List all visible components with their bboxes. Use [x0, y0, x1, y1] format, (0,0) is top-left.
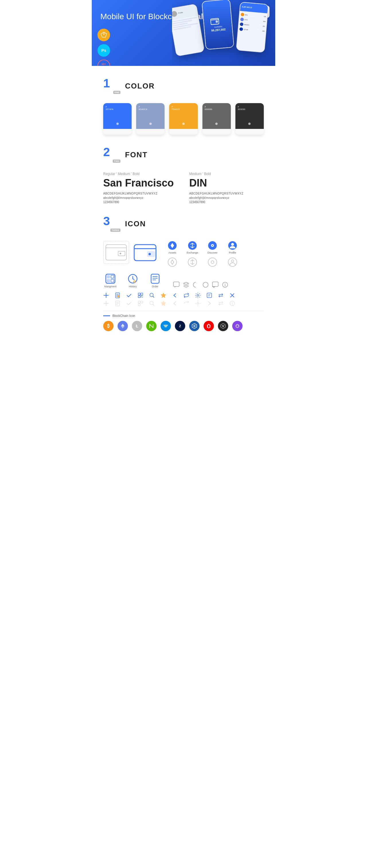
section-1-number: 1 ONE — [103, 78, 120, 95]
icon-main-row: Assets Exchange Discover Profile — [103, 241, 264, 267]
font-san-francisco: Regular ' Medium ' Bold San Francisco AB… — [103, 172, 178, 204]
settings-icon-gray — [195, 301, 201, 306]
management-icon — [105, 274, 116, 284]
font1-uppercase: ABCDEFGHIJKLMNOPQRSTUVWXYZ — [103, 192, 178, 195]
iota-icon — [218, 321, 228, 331]
font2-numbers: 1234567890 — [189, 200, 264, 204]
svg-rect-33 — [173, 282, 179, 286]
color-title: COLOR — [125, 82, 155, 91]
management-label: Mangment — [104, 285, 117, 288]
icon-title: ICON — [125, 219, 146, 228]
swatch-blue: #3574FA — [103, 103, 132, 135]
discover-label: Discover — [207, 251, 217, 254]
svg-rect-40 — [141, 293, 143, 295]
font1-numbers: 1234567890 — [103, 200, 178, 204]
matic-icon — [232, 321, 243, 331]
hero-badges: Ps 60+Screens — [97, 29, 110, 66]
crypto-icons-row: ₿ Ł Z — [103, 321, 264, 331]
upload-icon — [206, 292, 212, 298]
info-icon-gray — [229, 301, 235, 306]
blockchain-line — [103, 315, 110, 316]
search-icon-gray — [149, 301, 155, 306]
font1-name: San Francisco — [103, 177, 178, 189]
discover-outline-icon-item — [205, 257, 220, 267]
svg-rect-4 — [106, 245, 126, 260]
swap-icon — [218, 292, 224, 298]
swatch-gray: #666666 — [202, 103, 231, 135]
svg-rect-39 — [138, 293, 140, 295]
order-icon-item: Order — [148, 274, 162, 288]
zen-icon: Z — [175, 321, 185, 331]
svg-point-6 — [119, 253, 121, 254]
swatch-orange: #F5A623 — [169, 103, 198, 135]
layers-icon — [183, 282, 189, 288]
wireframe-wallet-icon — [106, 243, 127, 261]
assets-label: Assets — [168, 251, 176, 254]
svg-rect-29 — [111, 279, 114, 282]
svg-rect-27 — [107, 279, 110, 282]
icon-section-header: 3 THREE ICON — [103, 215, 264, 232]
assets-outline-icon-item — [165, 257, 179, 267]
document-icon-gray — [115, 301, 120, 306]
eth-icon — [117, 321, 128, 331]
moon-icon — [193, 282, 199, 288]
order-icon — [150, 274, 160, 284]
qr-icon-gray — [138, 301, 143, 306]
font2-uppercase: ABCDEFGHIJKLMNOPQRSTUVWXYZ — [189, 192, 264, 195]
discover-icon — [208, 241, 217, 250]
svg-rect-43 — [142, 296, 143, 296]
svg-rect-41 — [138, 296, 140, 298]
font1-lowercase: abcdefghijklmnopqrstuvwxyz — [103, 196, 178, 199]
svg-point-15 — [212, 245, 213, 246]
ltc-icon: Ł — [132, 321, 142, 331]
plus-icon — [103, 292, 109, 298]
swap-icon-gray — [218, 301, 224, 306]
hero-section: Mobile UI for Blockchain Wallet UI Kit P… — [92, 0, 275, 66]
svg-rect-3 — [216, 20, 218, 23]
forward-icon-gray — [206, 301, 212, 306]
ark-icon — [204, 321, 214, 331]
document-icon — [115, 292, 120, 298]
assets-icon — [168, 241, 177, 250]
plus-icon-gray — [103, 301, 109, 306]
close-icon — [229, 292, 235, 298]
profile-outline-icon-item — [225, 257, 240, 267]
profile-outline-icon — [228, 257, 237, 267]
circle-icon — [202, 282, 209, 288]
phones-mockup: Profile myWallet $6,297,502 — [172, 0, 275, 66]
phone-3: 6,297,502.12 BTC 738 ETH 564 — [236, 2, 269, 53]
check-icon — [126, 292, 132, 298]
misc-icons-row — [173, 282, 228, 288]
solid-wallet-icon — [134, 242, 157, 262]
svg-marker-59 — [193, 324, 196, 328]
message-icon — [212, 282, 219, 288]
svg-point-9 — [148, 253, 151, 255]
font2-style: Medium ' Bold — [189, 172, 264, 176]
gxs-icon — [189, 321, 200, 331]
share-icon-gray — [184, 301, 189, 306]
svg-rect-45 — [142, 297, 143, 298]
neo-icon — [146, 321, 157, 331]
font2-lowercase: abcdefghijklmnopqrstuvwxyz — [189, 196, 264, 199]
back-icon-gray — [172, 301, 178, 306]
assets-outline-icon — [168, 257, 177, 267]
exchange-outline-icon-item — [185, 257, 200, 267]
svg-rect-51 — [141, 301, 143, 303]
svg-point-34 — [203, 282, 208, 287]
solid-wallet-icon-container — [134, 242, 157, 262]
sketch-badge — [97, 29, 110, 41]
check-icon-gray — [126, 301, 132, 306]
svg-rect-26 — [107, 275, 110, 278]
wallet-icon-demos — [103, 241, 157, 264]
profile-label: Profile — [229, 251, 236, 254]
svg-rect-50 — [138, 301, 140, 303]
ps-badge: Ps — [97, 44, 110, 57]
section-3-number: 3 THREE — [103, 215, 120, 232]
nav-icon-grid: Assets Exchange Discover Profile — [165, 241, 264, 267]
svg-marker-62 — [221, 323, 225, 329]
svg-point-47 — [197, 294, 199, 296]
qr-icon — [138, 292, 143, 298]
tool-icons-inactive — [103, 301, 264, 306]
font1-style: Regular ' Medium ' Bold — [103, 172, 178, 176]
nav-icon-row-outline — [165, 257, 264, 267]
